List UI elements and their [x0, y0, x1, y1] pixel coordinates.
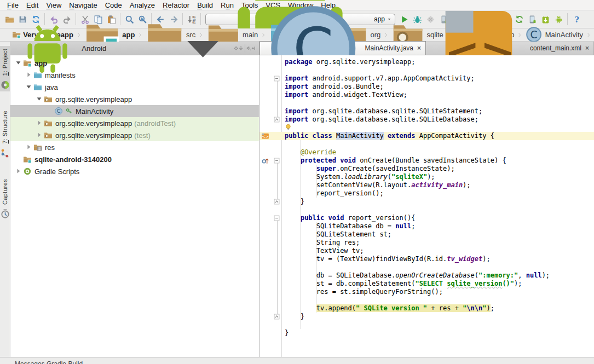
expand-arrow-icon[interactable]	[25, 71, 33, 79]
device-monitor-button[interactable]	[552, 13, 565, 26]
menu-item-code[interactable]: Code	[101, 1, 126, 10]
code-line[interactable]: }	[259, 198, 594, 206]
code-line[interactable]: tv.append(" SQLite version " + res + "\n…	[259, 304, 594, 313]
editor-tab-content-main-xml[interactable]: <>content_main.xml×	[426, 42, 594, 55]
menu-item-edit[interactable]: Edit	[22, 1, 42, 10]
code-line[interactable]: protected void onCreate(Bundle savedInst…	[259, 157, 594, 165]
breadcrumb-separator-icon	[586, 31, 591, 39]
project-tab-icon	[0, 76, 10, 89]
fold-end-icon[interactable]	[273, 198, 280, 205]
intention-bulb-icon[interactable]	[285, 124, 292, 131]
tree-item-suffix: (androidTest)	[134, 119, 176, 128]
collapse-all-icon[interactable]	[239, 43, 243, 54]
code-line[interactable]: st = db.compileStatement("SELECT sqlite_…	[259, 280, 594, 288]
code-line[interactable]: SQLiteStatement st;	[259, 230, 594, 239]
code-line[interactable]: public void report_version(){	[259, 214, 594, 222]
go-to-related-file-icon[interactable]: <>	[261, 132, 269, 140]
res-icon	[33, 143, 43, 152]
tree-item-label: org.sqlite.verysimpleapp	[55, 119, 132, 128]
code-line[interactable]: }	[259, 313, 594, 321]
code-line[interactable]: public class MainActivity extends AppCom…	[259, 132, 594, 140]
tree-item-app[interactable]: app	[10, 57, 259, 69]
tool-window-stripe: 1: Project7: StructureCaptures	[0, 42, 10, 357]
code-line[interactable]: TextView tv;	[259, 247, 594, 255]
gear-icon[interactable]	[246, 43, 251, 54]
tree-item-org-sqlite-verysimpleapp-test[interactable]: org.sqlite.verysimpleapp(test)	[10, 129, 259, 141]
code-line[interactable]: SQLiteDatabase db = null;	[259, 222, 594, 230]
menu-item-navigate[interactable]: Navigate	[65, 1, 101, 10]
tree-item-org-sqlite-verysimpleapp[interactable]: org.sqlite.verysimpleapp	[10, 93, 259, 105]
code-line[interactable]: @Override	[259, 148, 594, 157]
tree-item-label: res	[45, 143, 55, 152]
code-line[interactable]: res = st.simpleQueryForString();	[259, 288, 594, 296]
tool-window-button-project[interactable]: 1: Project	[0, 46, 10, 91]
code-line[interactable]: super.onCreate(savedInstanceState);	[259, 165, 594, 173]
code-line[interactable]	[259, 321, 594, 329]
code-line[interactable]	[259, 296, 594, 304]
code-line[interactable]: import android.widget.TextView;	[259, 91, 594, 99]
sdk-manager-button[interactable]	[539, 13, 552, 26]
expand-arrow-icon[interactable]	[36, 131, 44, 140]
code-line[interactable]: import android.os.Bundle;	[259, 83, 594, 91]
tree-item-label: manifests	[45, 71, 76, 79]
code-line[interactable]	[259, 66, 594, 74]
messages-gradle-build-toolwindow-button[interactable]: Messages Gradle Build	[0, 357, 594, 364]
breadcrumb-item-mainactivity[interactable]: CMainActivity	[525, 26, 583, 43]
code-line[interactable]	[259, 263, 594, 271]
code-line[interactable]	[259, 124, 594, 132]
fold-minus-icon[interactable]	[273, 157, 280, 164]
close-tab-icon[interactable]: ×	[585, 45, 589, 51]
code-line[interactable]: }	[259, 329, 594, 337]
project-view-selector[interactable]: Android	[82, 44, 106, 53]
menu-item-file[interactable]: File	[3, 1, 22, 10]
menu-item-refactor[interactable]: Refactor	[159, 1, 193, 10]
code-line[interactable]: System.loadLibrary("sqliteX");	[259, 173, 594, 181]
fold-minus-icon[interactable]	[273, 215, 280, 222]
code-line[interactable]: tv = (TextView)findViewById(R.id.tv_widg…	[259, 255, 594, 263]
collapse-arrow-icon[interactable]	[15, 59, 23, 67]
tree-item-gradle-scripts[interactable]: Gradle Scripts	[10, 165, 259, 177]
menu-item-analyze[interactable]: Analyze	[126, 1, 159, 10]
collapse-arrow-icon[interactable]	[25, 83, 33, 91]
code-line[interactable]: db = SQLiteDatabase.openOrCreateDatabase…	[259, 271, 594, 280]
close-tab-icon[interactable]: ×	[417, 45, 421, 51]
tree-item-label: java	[45, 83, 58, 91]
code-line[interactable]	[259, 206, 594, 214]
tool-window-button-structure[interactable]: 7: Structure	[0, 108, 10, 159]
override-marker-icon[interactable]	[261, 157, 269, 165]
code-line[interactable]: setContentView(R.layout.activity_main);	[259, 181, 594, 189]
tree-item-mainactivity[interactable]: CMainActivity	[10, 105, 259, 117]
editor-tab-mainactivity-java[interactable]: CMainActivity.java×	[259, 41, 426, 55]
fold-minus-icon[interactable]	[273, 75, 280, 82]
code-line[interactable]: import android.support.v7.app.AppCompatA…	[259, 74, 594, 83]
code-line[interactable]: String res;	[259, 239, 594, 247]
tree-item-res[interactable]: res	[10, 141, 259, 153]
code-line[interactable]: import org.sqlite.database.sqlite.SQLite…	[259, 107, 594, 115]
tree-item-org-sqlite-verysimpleapp-androidtest[interactable]: org.sqlite.verysimpleapp(androidTest)	[10, 117, 259, 129]
help-button[interactable]: ?	[570, 13, 583, 26]
avd-manager-button[interactable]	[526, 13, 539, 26]
code-line[interactable]: import org.sqlite.database.sqlite.SQLite…	[259, 115, 594, 124]
tool-window-button-label: Captures	[2, 179, 8, 205]
code-line[interactable]: package org.sqlite.verysimpleapp;	[259, 58, 594, 66]
expand-arrow-icon[interactable]	[36, 119, 44, 128]
menu-item-view[interactable]: View	[42, 1, 65, 10]
hide-panel-icon[interactable]	[251, 43, 256, 54]
tool-window-button-captures[interactable]: Captures	[0, 176, 10, 221]
android-studio-window: FileEditViewNavigateCodeAnalyzeRefactorB…	[0, 0, 594, 364]
fold-end-icon[interactable]	[273, 313, 280, 320]
tree-item-java[interactable]: java	[10, 81, 259, 93]
expand-arrow-icon[interactable]	[15, 167, 23, 176]
fold-end-icon[interactable]	[273, 116, 280, 123]
scroll-to-source-icon[interactable]	[234, 43, 238, 54]
expand-arrow-icon[interactable]	[25, 143, 33, 152]
collapse-arrow-icon[interactable]	[36, 95, 44, 103]
tree-item-manifests[interactable]: manifests	[10, 69, 259, 81]
code-line[interactable]	[259, 140, 594, 148]
tree-item-sqlite-android-3140200[interactable]: sqlite-android-3140200	[10, 153, 259, 165]
code-line[interactable]: report_version();	[259, 189, 594, 198]
code-editor[interactable]: <>package org.sqlite.verysimpleapp;impor…	[259, 55, 594, 357]
open-folder-button[interactable]	[3, 13, 16, 26]
tool-window-button-label: 7: Structure	[2, 111, 8, 143]
code-line[interactable]	[259, 99, 594, 107]
